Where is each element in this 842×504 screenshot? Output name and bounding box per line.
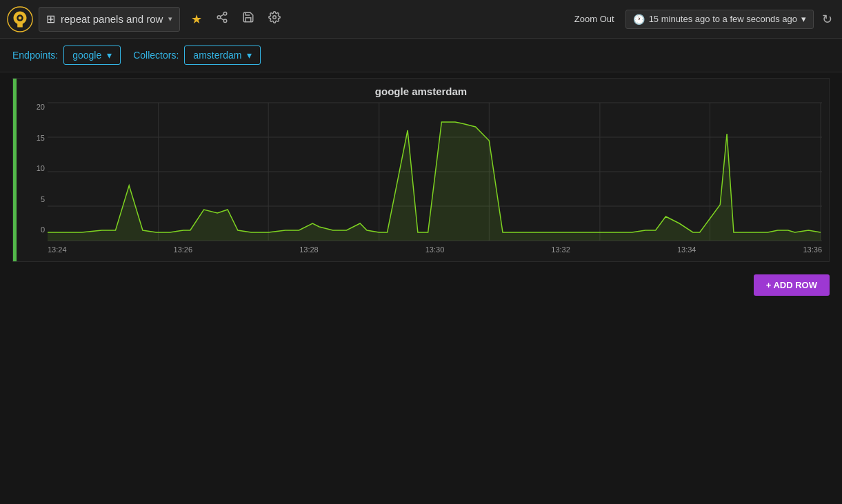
header-icons: ★ (188, 8, 283, 30)
svg-point-5 (224, 19, 228, 23)
grid-icon: ⊞ (46, 12, 55, 26)
collectors-value: amsterdam (193, 50, 241, 61)
share-button[interactable] (213, 8, 231, 30)
y-axis: 0 5 10 15 20 (20, 103, 48, 234)
endpoints-chevron: ▾ (107, 50, 112, 61)
add-row-area: + ADD ROW (0, 268, 842, 303)
collectors-dropdown[interactable]: amsterdam ▾ (184, 46, 261, 65)
filter-bar: Endpoints: google ▾ Collectors: amsterda… (0, 39, 842, 72)
settings-button[interactable] (265, 8, 283, 30)
refresh-button[interactable]: ↻ (819, 9, 835, 30)
svg-point-2 (19, 16, 22, 19)
chart-wrapper: 0 5 10 15 20 (13, 97, 829, 261)
svg-line-6 (221, 18, 224, 20)
dashboard-title-button[interactable]: ⊞ repeat panels and row ▾ (39, 7, 180, 32)
collectors-label: Collectors: (133, 50, 179, 61)
share-icon (216, 11, 228, 27)
dashboard-title-text: repeat panels and row (61, 13, 163, 25)
endpoints-filter: Endpoints: google ▾ (12, 46, 121, 65)
x-label-1336: 13:36 (803, 245, 822, 254)
x-label-1326: 13:26 (174, 245, 193, 254)
y-label-10: 10 (37, 164, 48, 172)
svg-line-7 (221, 14, 224, 17)
time-range-label: 15 minutes ago to a few seconds ago (649, 14, 797, 24)
add-row-button[interactable]: + ADD ROW (754, 274, 830, 296)
collectors-filter: Collectors: amsterdam ▾ (133, 46, 261, 65)
clock-icon: 🕐 (633, 14, 645, 25)
save-button[interactable] (239, 8, 257, 30)
x-label-1324: 13:24 (48, 245, 67, 254)
time-range-chevron: ▾ (801, 14, 806, 24)
y-label-20: 20 (37, 103, 48, 111)
svg-point-8 (273, 16, 277, 19)
x-label-1328: 13:28 (299, 245, 319, 254)
grafana-logo (7, 6, 33, 32)
y-label-0: 0 (41, 225, 48, 234)
refresh-icon: ↻ (822, 12, 832, 26)
chart-canvas: 13:24 13:26 13:28 13:30 13:32 13:34 13:3… (48, 103, 822, 261)
x-label-1332: 13:32 (551, 245, 570, 254)
settings-icon (268, 11, 281, 27)
chevron-down-icon: ▾ (168, 14, 172, 23)
chart-title: google amsterdam (13, 79, 829, 97)
collectors-chevron: ▾ (247, 50, 252, 61)
header: ⊞ repeat panels and row ▾ ★ (0, 0, 842, 39)
x-label-1330: 13:30 (425, 245, 445, 254)
endpoints-label: Endpoints: (12, 50, 58, 61)
endpoints-dropdown[interactable]: google ▾ (63, 46, 121, 65)
zoom-out-button[interactable]: Zoom Out (569, 11, 620, 27)
x-label-1334: 13:34 (677, 245, 696, 254)
time-range-picker[interactable]: 🕐 15 minutes ago to a few seconds ago ▾ (625, 10, 814, 29)
chart-svg (48, 103, 822, 241)
y-label-5: 5 (41, 195, 48, 203)
y-label-15: 15 (37, 134, 48, 142)
endpoints-value: google (72, 50, 101, 61)
svg-point-4 (218, 16, 221, 19)
star-icon: ★ (191, 12, 202, 27)
star-button[interactable]: ★ (188, 9, 205, 30)
chart-panel: google amsterdam 0 5 10 15 20 (12, 78, 830, 262)
x-axis-labels: 13:24 13:26 13:28 13:30 13:32 13:34 13:3… (48, 243, 822, 258)
save-icon (242, 11, 254, 27)
svg-point-3 (224, 12, 228, 16)
